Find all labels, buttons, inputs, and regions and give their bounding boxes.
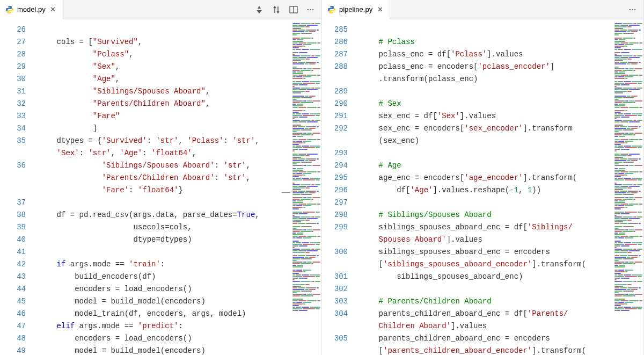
code-line[interactable] [33,246,321,258]
code-line[interactable] [355,147,643,160]
compare-icon[interactable] [271,4,282,15]
code-line[interactable]: age_enc = encoders['age_encoder'].transf… [355,172,643,184]
tab-pipeline-py[interactable]: pipeline.py ✕ [322,0,390,19]
code-line[interactable]: model_train(df, encoders, args, model) [33,308,321,320]
code-line[interactable]: dtype=dtypes) [33,234,321,246]
line-number: 36 [0,160,26,172]
minimap[interactable] [291,19,321,355]
code-line[interactable]: .transform(pclass_enc) [355,73,643,85]
tab-actions: ··· [627,4,643,15]
code-line[interactable]: # Sex [355,98,643,110]
line-number [322,73,348,85]
code-line[interactable]: # Pclass [355,36,643,48]
line-number: 287 [322,48,348,61]
code-line[interactable]: siblings_spouses_aboard_enc = df['Siblin… [355,221,643,234]
split-handle[interactable]: — [282,187,290,197]
code-line[interactable]: df['Age'].values.reshape(-1, 1)) [355,184,643,197]
line-number: 41 [0,246,26,258]
line-number: 30 [0,73,26,85]
code-line[interactable] [355,283,643,295]
code-line[interactable]: # Siblings/Spouses Aboard [355,209,643,221]
line-number: 46 [0,308,26,320]
close-icon[interactable]: ✕ [49,5,57,14]
code-line[interactable]: if args.mode == 'train': [33,258,321,271]
code-line[interactable]: cols = ["Survived", [33,36,321,48]
line-number: 301 [322,271,348,283]
line-number: 296 [322,184,348,197]
code-line[interactable]: pclass_enc = df['Pclass'].values [355,48,643,61]
line-number: 44 [0,283,26,295]
code-line[interactable] [355,85,643,98]
line-number: 304 [322,308,348,320]
code-line[interactable]: # Parents/Children Aboard [355,295,643,308]
editor-pane-right: pipeline.py ✕ ··· 285286287288 289290291… [322,0,644,355]
code-line[interactable]: model = build_model(encoders) [33,295,321,308]
tab-model-py[interactable]: model.py ✕ [0,0,63,19]
line-number: 49 [0,345,26,355]
code-line[interactable]: 'Parents/Children Aboard': 'str', [33,172,321,184]
line-number [0,147,26,160]
code-line[interactable]: "Pclass", [33,48,321,61]
code-line[interactable]: siblings_spouses_aboard_enc) [355,271,643,283]
minimap[interactable] [613,19,643,355]
line-number: 33 [0,110,26,122]
code-line[interactable]: pclass_enc = encoders['pclass_encoder'] [355,61,643,73]
code-line[interactable] [355,24,643,36]
code-line[interactable]: ['parents_children_aboard_encoder'].tran… [355,345,643,355]
line-number: 285 [322,24,348,36]
code-content[interactable]: # Pclass pclass_enc = df['Pclass'].value… [355,19,643,355]
code-line[interactable]: siblings_spouses_aboard_enc = encoders [355,246,643,258]
code-content[interactable]: cols = ["Survived", "Pclass", "Sex", "Ag… [33,19,321,355]
code-line[interactable]: encoders = load_encoders() [33,332,321,345]
code-line[interactable]: sex_enc = encoders['sex_encoder'].transf… [355,122,643,135]
code-line[interactable]: sex_enc = df['Sex'].values [355,110,643,122]
code-line[interactable] [33,197,321,209]
python-icon [5,5,14,14]
line-number: 288 [322,61,348,73]
tab-bar: model.py ✕ ··· [0,0,321,19]
line-number: 286 [322,36,348,48]
code-line[interactable]: ] [33,122,321,135]
code-line[interactable]: usecols=cols, [33,221,321,234]
line-number: 38 [0,209,26,221]
split-icon[interactable] [288,4,299,15]
code-line[interactable]: "Siblings/Spouses Aboard", [33,85,321,98]
line-gutter: 26272829303132333435 36 3738394041424344… [0,19,33,355]
code-line[interactable]: parents_children_aboard_enc = df['Parent… [355,308,643,320]
code-line[interactable]: 'Sex': 'str', 'Age': 'float64', [33,147,321,160]
line-number: 293 [322,147,348,160]
editor-area[interactable]: 26272829303132333435 36 3738394041424344… [0,19,321,355]
code-line[interactable]: df = pd.read_csv(args.data, parse_dates=… [33,209,321,221]
code-line[interactable] [355,197,643,209]
code-line[interactable]: model = build_model(encoders) [33,345,321,355]
line-number: 32 [0,98,26,110]
code-line[interactable]: (sex_enc) [355,135,643,147]
more-icon[interactable]: ··· [305,4,316,15]
code-line[interactable]: ['siblings_spouses_aboard_encoder'].tran… [355,258,643,271]
code-line[interactable]: "Age", [33,73,321,85]
code-line[interactable]: Children Aboard'].values [355,320,643,332]
code-line[interactable]: Spouses Aboard'].values [355,234,643,246]
code-line[interactable]: 'Fare': 'float64'} [33,184,321,197]
line-number [322,320,348,332]
editor-area[interactable]: 285286287288 289290291292 29329429529629… [322,19,643,355]
diff-icon[interactable] [254,4,265,15]
code-line[interactable] [33,24,321,36]
code-line[interactable]: elif args.mode == 'predict': [33,320,321,332]
line-number [322,135,348,147]
code-line[interactable]: "Sex", [33,61,321,73]
code-line[interactable]: parents_children_aboard_enc = encoders [355,332,643,345]
line-number: 290 [322,98,348,110]
code-line[interactable]: "Parents/Children Aboard", [33,98,321,110]
code-line[interactable]: # Age [355,160,643,172]
code-line[interactable]: "Fare" [33,110,321,122]
line-number [322,345,348,355]
more-icon[interactable]: ··· [627,4,638,15]
code-line[interactable]: 'Siblings/Spouses Aboard': 'str', [33,160,321,172]
code-line[interactable]: encoders = load_encoders() [33,283,321,295]
line-number: 39 [0,221,26,234]
line-number: 34 [0,122,26,135]
code-line[interactable]: build_encoders(df) [33,271,321,283]
close-icon[interactable]: ✕ [376,5,384,14]
code-line[interactable]: dtypes = {'Survived': 'str', 'Pclass': '… [33,135,321,147]
